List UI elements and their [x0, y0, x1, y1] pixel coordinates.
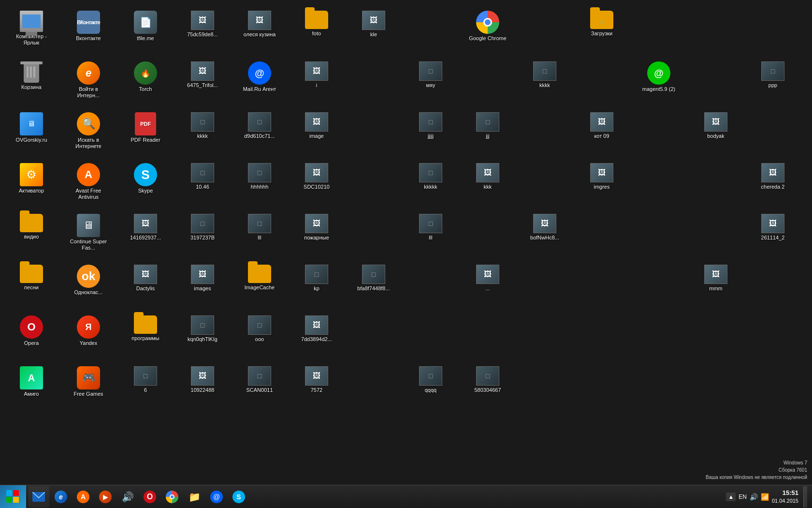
- desktop-icon-chereda2[interactable]: 🖼 chereda 2: [751, 161, 795, 192]
- taskbar-volume-icon[interactable]: 🔊: [117, 486, 138, 508]
- desktop-icon-kp[interactable]: □ kp: [295, 263, 338, 294]
- desktop-icon-580304667[interactable]: □ 580304667: [466, 364, 509, 395]
- desktop-icon-jjj[interactable]: □ jjj: [466, 110, 509, 141]
- taskbar-mailru-icon[interactable]: @: [206, 486, 227, 508]
- desktop-icon-scan0011[interactable]: □ SCAN0011: [238, 364, 281, 395]
- taskbar-player-icon[interactable]: ▶: [95, 486, 116, 508]
- desktop-icon-qqqq[interactable]: □ qqqq: [409, 364, 452, 395]
- desktop-icon-hhhhhh[interactable]: □ hhhhhh: [238, 161, 281, 192]
- desktop-icon-tfile[interactable]: 📄 tfile.me: [124, 9, 167, 44]
- tray-sound[interactable]: 🔊: [750, 493, 758, 501]
- desktop-icon-bofNwHc8[interactable]: 🖼 bofNwHc8...: [523, 212, 566, 243]
- desktop-icon-d9d6[interactable]: □ d9d610c71...: [238, 110, 281, 141]
- desktop-icon-ovgorskiy[interactable]: 🖥 OVGorskiy.ru: [10, 110, 53, 145]
- desktop-icon-yandex[interactable]: Я Yandex: [67, 314, 110, 348]
- desktop-icon-dotdot[interactable]: 🖼 ...: [466, 263, 509, 294]
- desktop-icon-ooo[interactable]: □ ooo: [238, 314, 281, 344]
- desktop-icon-activator[interactable]: ⚙ Активатор: [10, 161, 53, 196]
- desktop-icon-kot09[interactable]: 🖼 кот 09: [580, 110, 624, 141]
- desktop-icon-images1[interactable]: 🖼 images: [181, 263, 224, 294]
- desktop-icon-kkkk4[interactable]: □ kkkk: [523, 60, 566, 90]
- desktop-icon-1046[interactable]: □ 10.46: [181, 161, 224, 192]
- icon-image-yandex: Я: [77, 315, 100, 339]
- desktop-icon-avast[interactable]: A Avast Free Antivirus: [67, 161, 110, 202]
- tray-arrow[interactable]: ▲: [726, 493, 736, 501]
- desktop-icon-bodyak[interactable]: 🖼 bodyak: [694, 110, 738, 141]
- icon-image-pdfreader: PDF: [135, 112, 156, 135]
- desktop-icon-magent[interactable]: @ magent5.9 (2): [637, 60, 681, 94]
- icon-image-chrome: [476, 11, 499, 34]
- taskbar-ie-icon[interactable]: e: [50, 486, 72, 508]
- desktop-icon-image1[interactable]: 🖼 image: [295, 110, 338, 141]
- desktop-icon-freegames[interactable]: 🎮 Free Games: [67, 364, 110, 399]
- desktop-icon-search[interactable]: 🔍 Искать в Интернете: [67, 110, 110, 151]
- desktop-icon-lll1[interactable]: □ lll: [238, 212, 281, 243]
- icon-image-pozh: 🖼: [305, 214, 328, 233]
- desktop-icon-kqn0qh[interactable]: □ kqn0qhTlKIg: [181, 314, 224, 344]
- desktop-icon-261114[interactable]: 🖼 261114_2: [751, 212, 795, 243]
- desktop-icon-3197237b[interactable]: □ 3197237B: [181, 212, 224, 243]
- tray-network[interactable]: 📶: [761, 493, 769, 501]
- desktop-icon-continue[interactable]: 🖥 Continue Super Fas...: [67, 212, 110, 253]
- desktop-icon-olesa[interactable]: 🖼 олеся кузина: [238, 9, 281, 40]
- desktop-icon-map75[interactable]: 🖼 75dc59de8...: [181, 9, 224, 40]
- desktop-icon-mmm[interactable]: 🖼 mmm: [694, 263, 738, 294]
- desktop-icon-odnoklassniki[interactable]: ok Одноклас...: [67, 263, 110, 298]
- desktop-icon-i[interactable]: 🖼 i: [295, 60, 338, 90]
- icon-label-opera: Opera: [24, 340, 39, 346]
- desktop-icon-sdc10210[interactable]: 🖼 SDC10210: [295, 161, 338, 192]
- desktop-icon-imagecache[interactable]: ImageCache: [238, 263, 281, 293]
- taskbar-chrome-icon[interactable]: [161, 486, 183, 508]
- desktop-icon-pdfreader[interactable]: PDF PDF Reader: [124, 110, 167, 145]
- desktop-icon-pesni[interactable]: песни: [10, 263, 53, 293]
- desktop-icon-bfa8f[interactable]: □ bfa8f7448f8...: [352, 263, 395, 294]
- desktop-icon-kle[interactable]: 🖼 kle: [352, 9, 395, 40]
- desktop-icon-vk[interactable]: ВКонтакте Вконтакте: [67, 9, 110, 44]
- desktop-icon-6475[interactable]: 🖼 6475_Trifol...: [181, 60, 224, 90]
- clock-area[interactable]: 15:51 01.04.2015: [772, 489, 798, 505]
- taskbar-mail-icon[interactable]: [28, 486, 49, 508]
- desktop-icon-kkkk[interactable]: □ kkkk: [181, 110, 224, 141]
- taskbar-avast-icon[interactable]: A: [72, 486, 94, 508]
- desktop-icon-kkkkk[interactable]: □ kkkkk: [409, 161, 452, 192]
- show-desktop-button[interactable]: [803, 486, 807, 508]
- icon-label-olesa: олеся кузина: [244, 31, 276, 38]
- taskbar-files-icon[interactable]: 📁: [184, 486, 205, 508]
- tray-lang: EN: [739, 493, 747, 500]
- desktop-icon-mailru[interactable]: @ Mail.Ru Агент: [238, 60, 281, 94]
- desktop-icon-141692[interactable]: 🖼 141692937...: [124, 212, 167, 243]
- desktop-icon-10922488[interactable]: 🖼 10922488: [181, 364, 224, 395]
- icon-image-freegames: 🎮: [77, 366, 100, 389]
- desktop-icon-dactylis[interactable]: 🖼 Dactylis: [124, 263, 167, 294]
- desktop-icon-chrome[interactable]: Google Chrome: [466, 9, 509, 44]
- desktop-icon-7dd3894d2[interactable]: 🖼 7dd3894d2...: [295, 314, 338, 344]
- icon-label-continue: Continue Super Fas...: [69, 239, 108, 251]
- desktop-icon-zagruzki[interactable]: ↓ Загрузки: [580, 9, 624, 39]
- taskbar-skype-icon[interactable]: S: [228, 486, 249, 508]
- desktop-icon-mau[interactable]: □ мяу: [409, 60, 452, 90]
- desktop-icon-computer[interactable]: Компьютер - Ярлык: [10, 9, 53, 48]
- desktop-icon-pozh[interactable]: 🖼 пожарные: [295, 212, 338, 243]
- desktop-icon-skype[interactable]: S Skype: [124, 161, 167, 196]
- desktop-icon-torch[interactable]: 🔥 Torch: [124, 60, 167, 94]
- desktop-icon-foto[interactable]: foto: [295, 9, 338, 39]
- icon-image-mailru: @: [248, 61, 271, 85]
- desktop-icon-video[interactable]: видио: [10, 212, 53, 242]
- desktop-icon-opera[interactable]: O Opera: [10, 314, 53, 348]
- taskbar-opera-icon[interactable]: O: [139, 486, 160, 508]
- desktop-icon-trash[interactable]: Корзина: [10, 60, 53, 92]
- icon-image-programmy: [134, 315, 157, 334]
- desktop-icon-amigo[interactable]: А Амиго: [10, 364, 53, 399]
- icon-label-freegames: Free Games: [73, 391, 103, 397]
- desktop-icon-num7572[interactable]: 🖼 7572: [295, 364, 338, 395]
- desktop-icon-ppp[interactable]: □ ppp: [751, 60, 795, 90]
- start-button[interactable]: [0, 485, 26, 508]
- desktop-icon-войти[interactable]: e Войти в Интерн...: [67, 60, 110, 101]
- icon-label-3197237b: 3197237B: [190, 235, 215, 241]
- desktop-icon-kkk[interactable]: 🖼 kkk: [466, 161, 509, 192]
- desktop-icon-imgres[interactable]: 🖼 imgres: [580, 161, 624, 192]
- desktop-icon-lll2[interactable]: □ lll: [409, 212, 452, 243]
- desktop-icon-jjjjj[interactable]: □ jjjjj: [409, 110, 452, 141]
- desktop-icon-num6[interactable]: □ 6: [124, 364, 167, 395]
- desktop-icon-programmy[interactable]: программы: [124, 314, 167, 344]
